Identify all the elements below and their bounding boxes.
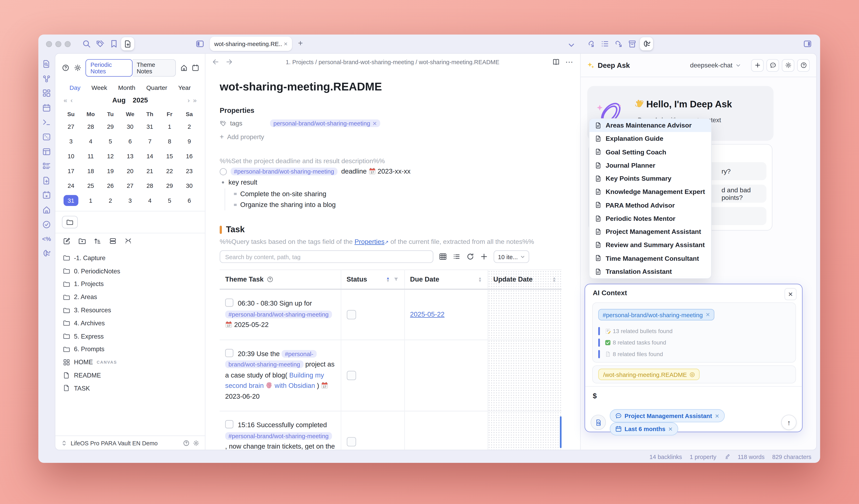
edit-mode-icon[interactable] xyxy=(724,454,730,460)
sort-icon[interactable] xyxy=(94,237,102,245)
tag-chip[interactable]: #personal-brand/wot-sharing-meeting xyxy=(225,310,332,318)
table-view-icon[interactable] xyxy=(439,253,447,261)
view-tab-day[interactable]: Day xyxy=(70,84,80,91)
calendar-day[interactable]: 2 xyxy=(180,121,199,133)
tree-item-task[interactable]: TASK xyxy=(56,382,205,395)
help-icon[interactable] xyxy=(267,276,273,282)
due-date-link[interactable]: 2025-05-22 xyxy=(410,310,444,318)
right-sidebar-toggle-icon[interactable] xyxy=(803,40,812,48)
properties-link[interactable]: Properties xyxy=(355,238,385,245)
calendar-day[interactable]: 8 xyxy=(160,135,180,147)
calendar-day[interactable]: 29 xyxy=(160,180,180,192)
next-month-button[interactable]: › xyxy=(187,96,190,104)
page-size-dropdown[interactable]: 10 ite... xyxy=(494,250,529,263)
view-tab-quarter[interactable]: Quarter xyxy=(146,84,167,91)
calendar-day[interactable]: 27 xyxy=(61,121,81,133)
calendar-day[interactable]: 14 xyxy=(140,150,160,162)
add-property-button[interactable]: +Add property xyxy=(220,133,566,141)
tab-wot-sharing-meeting[interactable]: wot-sharing-meeting.RE... × xyxy=(210,37,292,51)
calendar-day[interactable]: 20 xyxy=(120,165,140,177)
context-docs-button[interactable] xyxy=(591,415,606,430)
ai-assistant-button[interactable] xyxy=(640,37,653,50)
vault-switcher[interactable]: LifeOS Pro PARA Vault EN Demo xyxy=(56,436,205,450)
status-characters[interactable]: 829 characters xyxy=(772,453,811,460)
assistant-option-goal-setting-coach[interactable]: Goal Setting Coach xyxy=(589,146,711,159)
sort-icons[interactable]: ▲▼ xyxy=(386,276,390,282)
calendar-day[interactable]: 6 xyxy=(120,135,140,147)
remove-icon[interactable]: ✕ xyxy=(668,426,673,432)
prev-month-button[interactable]: ‹ xyxy=(71,96,73,104)
filter-icon[interactable] xyxy=(393,277,398,282)
calendar-day[interactable]: 3 xyxy=(120,195,140,207)
collapse-all-icon[interactable] xyxy=(124,237,132,245)
archive-icon[interactable] xyxy=(628,40,636,48)
scroll-indicator[interactable] xyxy=(560,416,561,448)
reading-view-icon[interactable] xyxy=(552,58,560,66)
calendar-day[interactable]: 6 xyxy=(180,195,199,207)
filter-chip-project-management-assistant[interactable]: Project Management Assistant✕ xyxy=(610,409,725,423)
calendar-day[interactable]: 25 xyxy=(81,180,101,192)
template-icon[interactable]: <% xyxy=(42,234,51,243)
note-title[interactable]: wot-sharing-meeting.README xyxy=(220,80,566,93)
tab-close-icon[interactable]: × xyxy=(284,40,288,48)
dice-icon[interactable] xyxy=(42,133,51,141)
breadcrumb[interactable]: 1. Projects / personal-brand-wot-sharing… xyxy=(238,59,547,65)
status-checkbox[interactable] xyxy=(347,310,356,319)
tree-item-6-prompts[interactable]: 6. Prompts xyxy=(56,343,205,356)
calendar-day[interactable]: 2 xyxy=(101,195,120,207)
sort-icons[interactable]: ▲▼ xyxy=(552,276,556,282)
assistant-option-areas-maintenance-advisor[interactable]: Areas Maintenance Advisor xyxy=(589,119,711,132)
terminal-icon[interactable] xyxy=(42,118,51,127)
calendar-day[interactable]: 30 xyxy=(120,121,140,133)
more-options-icon[interactable]: ⋯ xyxy=(566,58,574,66)
status-properties[interactable]: 1 property xyxy=(690,453,717,460)
incoming-links-icon[interactable] xyxy=(614,40,623,48)
task-checkbox[interactable] xyxy=(225,299,233,307)
view-tab-month[interactable]: Month xyxy=(118,84,135,91)
outline-list-icon[interactable] xyxy=(600,40,609,48)
brain-circuit-icon[interactable] xyxy=(42,249,51,258)
calendar-day[interactable]: 29 xyxy=(101,121,120,133)
status-checkbox[interactable] xyxy=(347,371,356,380)
home-icon[interactable] xyxy=(180,64,187,72)
view-tab-year[interactable]: Year xyxy=(178,84,191,91)
status-checkbox[interactable] xyxy=(347,437,356,446)
gear-icon[interactable] xyxy=(193,440,199,446)
tree-item-5-express[interactable]: 5. Express xyxy=(56,330,205,343)
col-theme-task[interactable]: Theme Task xyxy=(225,275,263,283)
context-file-chip[interactable]: /wot-sharing-meeting.README◎ xyxy=(598,369,700,380)
list-view-icon[interactable] xyxy=(453,253,461,261)
tree-item--1-capture[interactable]: -1. Capture xyxy=(56,251,205,264)
calendar-day[interactable]: 5 xyxy=(101,135,120,147)
property-key[interactable]: tags xyxy=(230,119,242,127)
calendar-day[interactable]: 7 xyxy=(140,135,160,147)
task-checkbox[interactable] xyxy=(225,349,233,357)
add-task-icon[interactable] xyxy=(480,253,488,261)
new-tab-button[interactable]: + xyxy=(298,38,303,48)
calendar-day[interactable]: 26 xyxy=(101,180,120,192)
calendar-day[interactable]: 28 xyxy=(140,180,160,192)
calendar-day[interactable]: 19 xyxy=(101,165,120,177)
settings-button[interactable] xyxy=(782,59,795,72)
status-backlinks[interactable]: 14 backlinks xyxy=(650,453,682,460)
calendar-day[interactable]: 16 xyxy=(180,150,199,162)
list-blocks-icon[interactable] xyxy=(42,162,51,170)
model-selector[interactable]: deepseek-chat xyxy=(690,61,733,69)
calendar-day[interactable]: 4 xyxy=(81,135,101,147)
tree-item-0-periodicnotes[interactable]: 0. PeriodicNotes xyxy=(56,264,205,277)
note-link[interactable]: Building my second brain with Obsidian xyxy=(225,371,324,390)
tags-icon[interactable] xyxy=(96,40,105,48)
filter-chip-last-6-months[interactable]: Last 6 months✕ xyxy=(610,422,678,436)
send-button[interactable]: ↑ xyxy=(781,415,796,430)
tree-item-1-projects[interactable]: 1. Projects xyxy=(56,277,205,290)
view-tab-week[interactable]: Week xyxy=(91,84,107,91)
calendar-day[interactable]: 3 xyxy=(61,135,81,147)
card-view-icon[interactable] xyxy=(109,237,117,245)
tree-item-4-archives[interactable]: 4. Archives xyxy=(56,317,205,330)
tree-item-2-areas[interactable]: 2. Areas xyxy=(56,290,205,304)
file-search-icon[interactable] xyxy=(42,60,51,68)
calendar-heart-icon[interactable] xyxy=(42,191,51,200)
assistant-option-explanation-guide[interactable]: Explanation Guide xyxy=(589,132,711,146)
bookmark-icon[interactable] xyxy=(110,40,118,48)
calendar-day[interactable]: 23 xyxy=(180,165,199,177)
